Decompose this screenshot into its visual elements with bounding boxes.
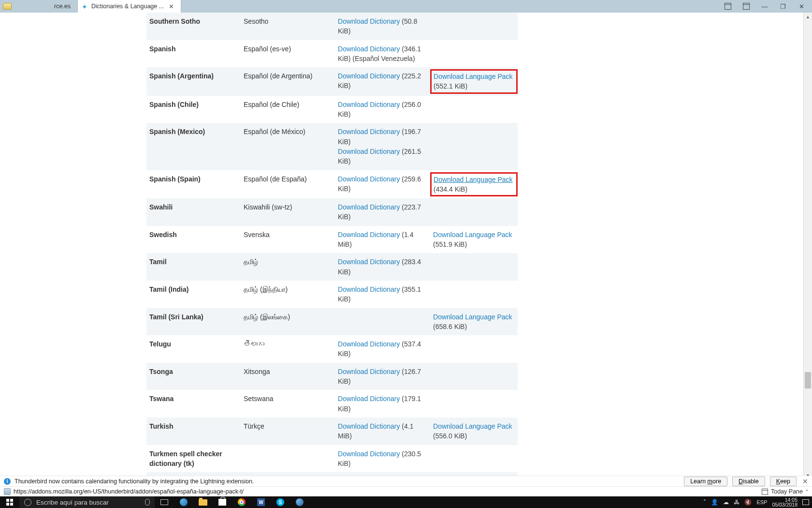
language-name: Southern Sotho <box>146 13 241 40</box>
task-view-icon <box>160 499 168 505</box>
clock[interactable]: 14:05 05/03/2018 <box>772 497 798 508</box>
task-view-button[interactable] <box>155 496 174 508</box>
calendar-tasks-button[interactable] <box>738 0 755 13</box>
dictionary-cell: Download Dictionary (4.1 MiB) <box>335 418 430 445</box>
language-name: Spanish (Mexico) <box>146 123 241 170</box>
start-button[interactable] <box>0 496 19 508</box>
tab-dictionaries[interactable]: ✦ Dictionaries & Language ... ✕ <box>78 0 181 13</box>
window-minimize-button[interactable]: — <box>756 0 773 13</box>
onedrive-icon[interactable]: ☁ <box>723 499 729 506</box>
titlebar: rce.es ✦ Dictionaries & Language ... ✕ —… <box>0 0 812 13</box>
windows-taskbar: Escribe aquí para buscar W S ˄ 👤 ☁ 🖧 🔇 E… <box>0 496 812 508</box>
download-dictionary-link[interactable]: Download Dictionary <box>338 258 400 266</box>
action-center-icon[interactable] <box>802 499 809 505</box>
scroll-track[interactable] <box>804 21 812 471</box>
tab-close-icon[interactable]: ✕ <box>169 3 174 10</box>
download-dictionary-link[interactable]: Download Dictionary <box>338 450 400 458</box>
language-local: தமிழ் (இந்தியா) <box>241 281 335 308</box>
tab-label: rce.es <box>54 3 71 10</box>
folder-icon <box>199 499 207 506</box>
download-dictionary-link[interactable]: Download Dictionary <box>338 285 400 293</box>
keep-button[interactable]: Keep <box>770 477 797 486</box>
scroll-area[interactable]: Southern SothoSesothoDownload Dictionary… <box>0 13 803 508</box>
download-dictionary-link[interactable]: Download Dictionary <box>338 231 400 239</box>
taskbar-search[interactable]: Escribe aquí para buscar <box>19 496 155 508</box>
page: Southern SothoSesothoDownload Dictionary… <box>0 13 812 508</box>
thunderbird-icon <box>296 498 304 506</box>
notification-close-icon[interactable]: ✕ <box>802 478 808 485</box>
language-pack-cell <box>430 96 518 123</box>
table-row: TurkishTürkçeDownload Dictionary (4.1 Mi… <box>146 418 518 445</box>
language-name: Spanish (Chile) <box>146 96 241 123</box>
table-row: SwedishSvenskaDownload Dictionary (1.4 M… <box>146 226 518 254</box>
download-language-pack-link[interactable]: Download Language Pack <box>433 313 512 321</box>
skype-button[interactable]: S <box>271 496 290 508</box>
language-pack-cell: Download Language Pack (658.6 KiB) <box>430 308 518 336</box>
window-close-button[interactable]: ✕ <box>793 0 810 13</box>
tray-chevron-icon[interactable]: ˄ <box>703 499 706 506</box>
status-bar: https://addons.mozilla.org/en-US/thunder… <box>0 486 812 496</box>
download-language-pack-link[interactable]: Download Language Pack <box>434 73 512 80</box>
download-dictionary-link[interactable]: Download Dictionary <box>338 368 400 375</box>
download-dictionary-link[interactable]: Download Dictionary <box>338 72 400 80</box>
download-language-pack-link[interactable]: Download Language Pack <box>433 422 512 430</box>
edge-button[interactable] <box>174 496 193 508</box>
language-local: Español (es-ve) <box>241 40 335 68</box>
input-language[interactable]: ESP <box>756 499 767 505</box>
store-button[interactable] <box>213 496 232 508</box>
download-dictionary-link[interactable]: Download Dictionary <box>338 422 400 430</box>
disable-button[interactable]: Disable <box>732 477 765 486</box>
language-name: Spanish (Spain) <box>146 170 241 199</box>
mail-icon <box>3 3 12 10</box>
language-pack-size: (434.4 KiB) <box>434 185 467 193</box>
language-pack-cell <box>430 40 518 68</box>
mic-icon <box>145 499 150 506</box>
dictionary-cell: Download Dictionary (355.1 KiB) <box>335 281 430 308</box>
language-local: Español (de México) <box>241 123 335 170</box>
language-pack-cell <box>430 363 518 390</box>
download-dictionary-link[interactable]: Download Dictionary <box>338 175 400 183</box>
language-pack-cell <box>430 335 518 363</box>
chevron-up-icon: ˄ <box>806 489 808 494</box>
language-local: Türkçe <box>241 418 335 445</box>
file-explorer-button[interactable] <box>193 496 213 508</box>
download-dictionary-link[interactable]: Download Dictionary <box>338 17 400 25</box>
download-language-pack-link[interactable]: Download Language Pack <box>433 231 512 239</box>
download-dictionary-link[interactable]: Download Dictionary <box>338 395 400 403</box>
vertical-scrollbar[interactable]: ▲ ▼ <box>803 13 812 480</box>
tab-rcees[interactable]: rce.es <box>50 0 78 13</box>
cortana-icon <box>24 499 31 506</box>
word-icon: W <box>257 498 265 506</box>
download-dictionary-link[interactable]: Download Dictionary <box>338 128 400 135</box>
scroll-up-button[interactable]: ▲ <box>804 13 812 21</box>
table-row: Spanish (Argentina)Español (de Argentina… <box>146 67 518 96</box>
window-maximize-button[interactable]: ❐ <box>774 0 792 13</box>
download-dictionary-link[interactable]: Download Dictionary <box>338 203 400 211</box>
language-name: Tamil <box>146 253 241 281</box>
language-pack-size: (556.0 KiB) <box>433 432 467 440</box>
info-icon: i <box>4 478 11 485</box>
system-tray: ˄ 👤 ☁ 🖧 🔇 ESP 14:05 05/03/2018 <box>700 497 812 508</box>
thunderbird-button[interactable] <box>290 496 309 508</box>
language-name: Spanish (Argentina) <box>146 67 241 96</box>
language-name: Spanish <box>146 40 241 68</box>
volume-icon[interactable]: 🔇 <box>744 499 752 506</box>
today-pane-toggle[interactable]: Today Pane ˄ <box>762 488 808 495</box>
scroll-thumb[interactable] <box>805 372 811 388</box>
download-dictionary-link[interactable]: Download Dictionary <box>338 340 400 348</box>
download-dictionary-link[interactable]: Download Dictionary <box>338 101 400 108</box>
calendar-icon <box>725 3 731 10</box>
network-icon[interactable]: 🖧 <box>734 499 740 506</box>
calendar-day-button[interactable] <box>719 0 737 13</box>
language-pack-cell <box>430 198 518 226</box>
people-icon[interactable]: 👤 <box>711 499 718 506</box>
today-pane-label: Today Pane <box>771 488 803 495</box>
download-language-pack-link[interactable]: Download Language Pack <box>434 176 512 183</box>
download-dictionary-link[interactable]: Download Dictionary <box>338 148 400 155</box>
chrome-button[interactable] <box>232 496 251 508</box>
learn-more-button[interactable]: Learn more <box>684 477 727 486</box>
table-row: Tamil (Sri Lanka)தமிழ் (இலங்கை)Download … <box>146 308 518 336</box>
language-name: Swedish <box>146 226 241 254</box>
download-dictionary-link[interactable]: Download Dictionary <box>338 45 400 53</box>
word-button[interactable]: W <box>251 496 271 508</box>
